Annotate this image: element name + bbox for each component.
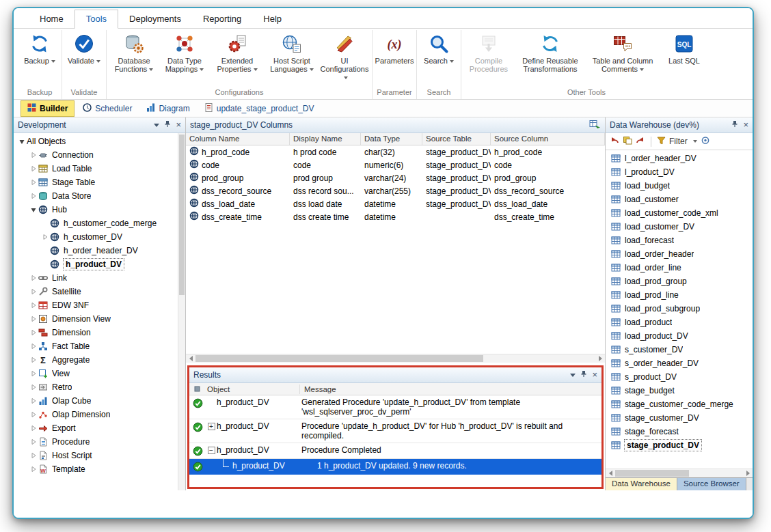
tree-item-connection[interactable]: Connection [14, 148, 177, 162]
tree-item-h-product-dv[interactable]: h_product_DV [14, 257, 177, 271]
tree-item-load-forecast[interactable]: load_forecast [608, 234, 744, 247]
scroll-left-icon[interactable] [606, 469, 615, 478]
ribbon-button-database-functions[interactable]: Database Functions [109, 30, 159, 73]
view-tab-diagram[interactable]: Diagram [140, 101, 195, 116]
scrollbar-thumb[interactable] [179, 135, 185, 295]
columns-grid-row[interactable]: dss_create_timedss create timedatetimeds… [186, 210, 605, 223]
expand-arrow-icon[interactable] [28, 370, 38, 377]
filter-dropdown-caret-icon[interactable] [693, 140, 697, 143]
tree-item-view[interactable]: View [14, 367, 177, 380]
menu-tab-help[interactable]: Help [252, 10, 293, 28]
close-icon[interactable]: × [176, 122, 181, 128]
expander-box[interactable]: + [208, 423, 215, 430]
ribbon-button-last-sql[interactable]: SQLLast SQL [659, 30, 709, 65]
close-icon[interactable]: × [592, 372, 597, 378]
tree-item-dimension-view[interactable]: Dimension View [14, 312, 177, 326]
tree-item-load-customer-code-xml[interactable]: load_customer_code_xml [608, 206, 744, 220]
expand-arrow-icon[interactable] [28, 165, 38, 172]
tree-item-load-budget[interactable]: load_budget [608, 179, 744, 193]
tree-item-s-product-dv[interactable]: s_product_DV [608, 370, 744, 384]
pin-icon[interactable] [731, 120, 738, 130]
tree-item-load-prod-line[interactable]: load_prod_line [608, 288, 744, 302]
filter-label[interactable]: Filter [669, 137, 688, 146]
close-icon[interactable]: × [743, 122, 748, 128]
expand-arrow-icon[interactable] [28, 302, 38, 309]
tree-item-data-store[interactable]: Data Store [14, 189, 177, 203]
ribbon-button-parameters[interactable]: (x)Parameters [375, 30, 414, 65]
collapse-arrow-icon[interactable] [28, 206, 38, 213]
columns-grid-row[interactable]: dss_load_datedss load datedatetimestage_… [186, 197, 605, 210]
tree-item-load-table[interactable]: Load Table [14, 162, 177, 176]
columns-grid-row[interactable]: prod_groupprod groupvarchar(24)stage_pro… [186, 171, 605, 184]
tree-item-retro[interactable]: Retro [14, 380, 177, 394]
collapse-arrow-icon[interactable] [16, 138, 27, 145]
ribbon-button-search[interactable]: Search [419, 30, 459, 65]
column-header-source-column[interactable]: Source Column [491, 133, 605, 145]
tree-item-dimension[interactable]: Dimension [14, 326, 177, 339]
expand-arrow-icon[interactable] [28, 384, 38, 391]
scroll-right-icon[interactable] [743, 469, 753, 478]
view-tab-builder[interactable]: Builder [21, 100, 75, 117]
tree-item-all-objects[interactable]: All Objects [14, 135, 177, 148]
tree-item-load-prod-subgroup[interactable]: load_prod_subgroup [608, 302, 744, 316]
columns-grid-row[interactable]: codecodenumeric(6)stage_product_DVcode [186, 158, 605, 171]
menu-tab-deployments[interactable]: Deployments [118, 10, 192, 28]
result-row[interactable]: h_product_DVGenerated Procedure 'update_… [189, 395, 601, 419]
tree-item-export[interactable]: Export [14, 421, 177, 435]
column-header-column-name[interactable]: Column Name [186, 133, 290, 145]
tree-item-aggregate[interactable]: ΣAggregate [14, 353, 177, 367]
tree-item-link[interactable]: Link [14, 271, 177, 285]
expand-arrow-icon[interactable] [28, 411, 38, 418]
scrollbar-thumb[interactable] [615, 470, 689, 477]
back-icon[interactable] [610, 136, 619, 147]
result-row[interactable]: −h_product_DVProcedure Completed [189, 443, 601, 459]
tree-item-load-product[interactable]: load_product [608, 316, 744, 329]
tree-item-load-customer-dv[interactable]: load_customer_DV [608, 220, 744, 234]
menu-tab-reporting[interactable]: Reporting [192, 10, 252, 28]
tree-item-stage-budget[interactable]: stage_budget [608, 384, 744, 397]
collapse-minus-icon[interactable]: − [206, 445, 217, 454]
export-grid-icon[interactable] [589, 120, 601, 131]
tree-item-load-order-line[interactable]: load_order_line [608, 261, 744, 275]
ribbon-button-ui-configurations[interactable]: UI Configurations [319, 30, 370, 81]
tree-item-edw-3nf[interactable]: EDW 3NF [14, 298, 177, 312]
expand-arrow-icon[interactable] [28, 356, 38, 363]
expand-arrow-icon[interactable] [28, 329, 38, 336]
scrollbar-thumb[interactable] [195, 355, 483, 362]
tree-item-olap-dimension[interactable]: Olap Dimension [14, 408, 177, 421]
ribbon-button-extended-properties[interactable]: Extended Properties [210, 30, 265, 73]
column-header-display-name[interactable]: Display Name [290, 133, 361, 145]
expand-arrow-icon[interactable] [28, 316, 38, 322]
expand-arrow-icon[interactable] [28, 466, 38, 473]
tree-item-stage-table[interactable]: Stage Table [14, 176, 177, 189]
tree-item-fact-table[interactable]: Fact Table [14, 339, 177, 353]
tree-item-olap-cube[interactable]: Olap Cube [14, 394, 177, 408]
tree-item-l-order-header-dv[interactable]: l_order_header_DV [608, 152, 744, 165]
expand-arrow-icon[interactable] [28, 193, 38, 199]
copy-icon[interactable] [623, 136, 632, 147]
expand-arrow-icon[interactable] [28, 179, 38, 186]
expand-arrow-icon[interactable] [28, 152, 38, 158]
tree-item-satellite[interactable]: Satellite [14, 285, 177, 298]
view-tab-scheduler[interactable]: Scheduler [77, 101, 138, 116]
pin-icon[interactable] [580, 370, 587, 380]
tree-item-load-product-dv[interactable]: load_product_DV [608, 329, 744, 343]
tree-item-h-order-header-dv[interactable]: h_order_header_DV [14, 244, 177, 257]
expand-arrow-icon[interactable] [28, 397, 38, 404]
development-vertical-scrollbar[interactable] [178, 133, 185, 490]
tree-item-s-customer-dv[interactable]: s_customer_DV [608, 343, 744, 356]
tree-item-template[interactable]: WTemplate [14, 462, 177, 476]
expand-arrow-icon[interactable] [28, 288, 38, 295]
data-warehouse-horizontal-scrollbar[interactable] [606, 468, 753, 477]
ribbon-button-validate[interactable]: Validate [64, 30, 104, 65]
expand-arrow-icon[interactable] [40, 234, 50, 240]
forward-icon[interactable] [636, 136, 645, 147]
results-header-object[interactable]: Object [204, 384, 300, 394]
scroll-left-icon[interactable] [186, 354, 195, 363]
tree-item-load-prod-group[interactable]: load_prod_group [608, 275, 744, 288]
ribbon-button-define-reusable-transformations[interactable]: Define Reusable Transformations [514, 30, 586, 73]
tree-item-stage-customer-code-merge[interactable]: stage_customer_code_merge [608, 397, 744, 411]
tree-item-l-product-dv[interactable]: l_product_DV [608, 165, 744, 179]
tree-item-stage-customer-dv[interactable]: stage_customer_DV [608, 411, 744, 425]
expand-arrow-icon[interactable] [28, 438, 38, 445]
